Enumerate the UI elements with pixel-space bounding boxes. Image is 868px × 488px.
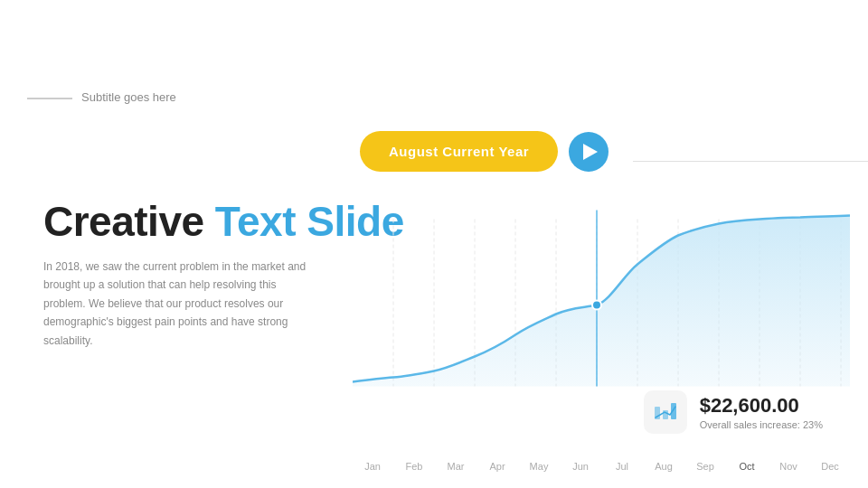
subtitle: Subtitle goes here xyxy=(81,90,176,104)
month-jan: Jan xyxy=(360,461,385,472)
month-apr: Apr xyxy=(485,461,510,472)
chart-dot xyxy=(592,301,601,310)
month-may: May xyxy=(526,461,552,472)
sales-text-block: $22,600.00 Overall sales increase: 23% xyxy=(700,394,823,430)
sales-amount: $22,600.00 xyxy=(700,394,823,418)
month-aug: Aug xyxy=(651,461,676,472)
chart-fill xyxy=(353,216,850,387)
month-feb: Feb xyxy=(401,461,427,472)
description-text: In 2018, we saw the current problem in t… xyxy=(43,258,315,350)
month-sep: Sep xyxy=(693,461,718,472)
play-button[interactable] xyxy=(569,132,609,172)
decorative-line xyxy=(27,98,72,99)
month-jun: Jun xyxy=(568,461,593,472)
title-part1: Creative xyxy=(43,198,215,245)
main-title: Creative Text Slide xyxy=(43,197,404,246)
date-badge-wrapper: August Current Year xyxy=(360,131,609,172)
svg-rect-13 xyxy=(663,410,668,419)
header-line xyxy=(633,161,868,162)
month-mar: Mar xyxy=(443,461,468,472)
sales-icon-box xyxy=(644,390,687,434)
sales-chart-icon xyxy=(653,399,678,425)
sales-label: Overall sales increase: 23% xyxy=(700,419,823,430)
month-oct: Oct xyxy=(734,461,760,472)
date-badge: August Current Year xyxy=(360,131,558,172)
month-nov: Nov xyxy=(776,461,801,472)
sales-badge: $22,600.00 Overall sales increase: 23% xyxy=(644,390,823,434)
month-jul: Jul xyxy=(609,461,635,472)
month-labels: Jan Feb Mar Apr May Jun Jul Aug Sep Oct … xyxy=(353,461,850,472)
month-dec: Dec xyxy=(817,461,843,472)
